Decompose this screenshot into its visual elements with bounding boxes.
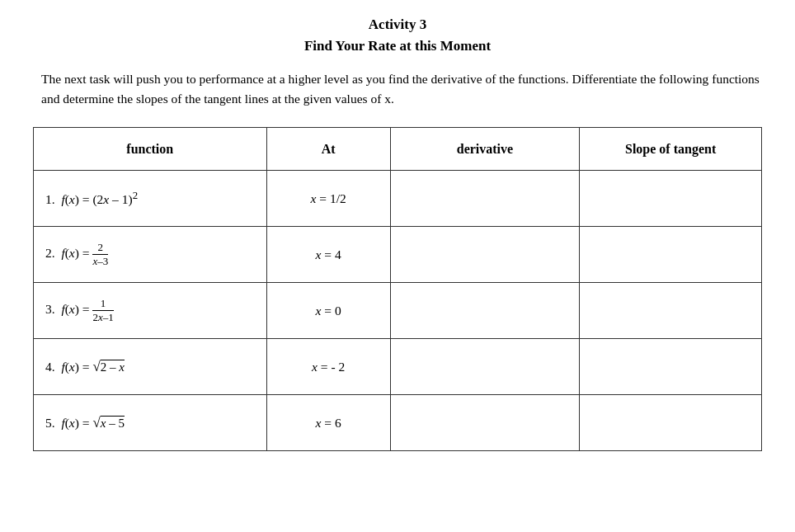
activity-title: Activity 3: [33, 16, 762, 33]
col-header-function: function: [34, 128, 267, 171]
row1-slope: [580, 171, 762, 227]
col-header-derivative: derivative: [390, 128, 580, 171]
row4-slope: [580, 339, 762, 395]
table-row: 2. f(x) = 2 x–3 x = 4: [34, 227, 762, 283]
row4-at: x = - 2: [266, 339, 390, 395]
row2-slope: [580, 227, 762, 283]
row5-function: 5. f(x) = √x – 5: [34, 395, 267, 451]
row3-derivative: [390, 283, 580, 339]
table-row: 1. f(x) = (2x – 1)2 x = 1/2: [34, 171, 762, 227]
row3-at: x = 0: [266, 283, 390, 339]
row4-derivative: [390, 339, 580, 395]
row1-derivative: [390, 171, 580, 227]
row3-function: 3. f(x) = 1 2x–1: [34, 283, 267, 339]
table-row: 3. f(x) = 1 2x–1 x = 0: [34, 283, 762, 339]
table-row: 5. f(x) = √x – 5 x = 6: [34, 395, 762, 451]
row2-derivative: [390, 227, 580, 283]
description-text: The next task will push you to performan…: [33, 69, 762, 109]
row4-function: 4. f(x) = √2 – x: [34, 339, 267, 395]
row5-derivative: [390, 395, 580, 451]
row1-function: 1. f(x) = (2x – 1)2: [34, 171, 267, 227]
row2-at: x = 4: [266, 227, 390, 283]
row5-slope: [580, 395, 762, 451]
col-header-at: At: [266, 128, 390, 171]
table-row: 4. f(x) = √2 – x x = - 2: [34, 339, 762, 395]
activity-subtitle: Find Your Rate at this Moment: [33, 38, 762, 54]
row5-at: x = 6: [266, 395, 390, 451]
col-header-slope: Slope of tangent: [580, 128, 762, 171]
row3-slope: [580, 283, 762, 339]
row1-at: x = 1/2: [266, 171, 390, 227]
main-table: function At derivative Slope of tangent …: [33, 127, 762, 451]
row2-function: 2. f(x) = 2 x–3: [34, 227, 267, 283]
